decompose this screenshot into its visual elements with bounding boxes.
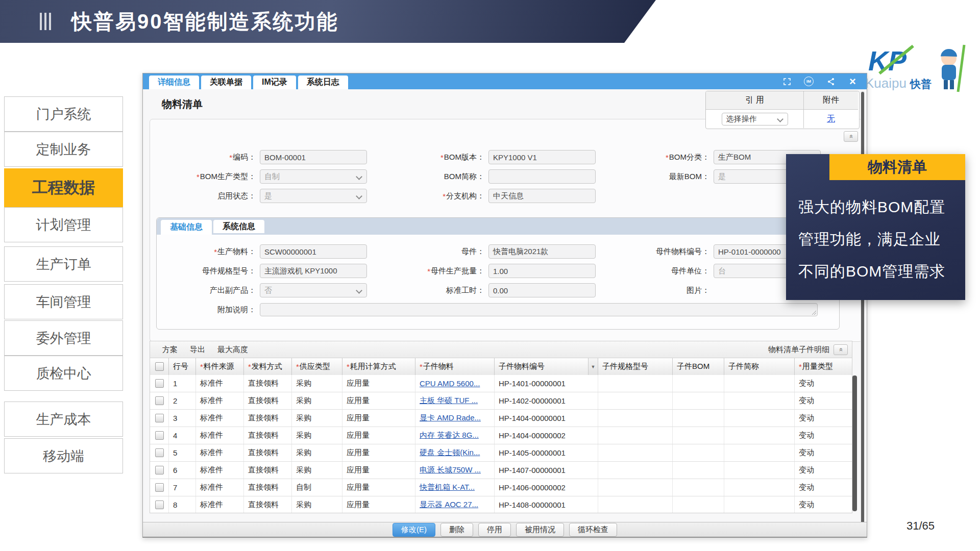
table-row-5: 5标准件直接领料采购应用量硬盘 金士顿(Kin...HP-1405-000000… — [150, 444, 852, 462]
table-row-7: 7标准件直接领料自制应用量快普机箱 K-AT...HP-1406-0000000… — [150, 479, 852, 496]
cell-material: 内存 英睿达 8G... — [415, 427, 495, 444]
sidebar-item-4[interactable]: 计划管理 — [4, 207, 123, 242]
row-checkbox[interactable] — [155, 500, 164, 509]
subtab-1[interactable]: 基础信息 — [161, 220, 212, 235]
reference-button[interactable]: 引 用 — [706, 91, 804, 110]
field-code-input[interactable]: BOM-00001 — [260, 150, 367, 164]
cell-usage: 变动 — [795, 427, 852, 444]
share-icon[interactable] — [826, 77, 836, 86]
grid-toolbar-button-3[interactable]: 最大高度 — [217, 345, 248, 355]
sidebar-item-9[interactable]: 生产成本 — [4, 402, 123, 437]
row-checkbox[interactable] — [155, 379, 164, 388]
cell-usage: 变动 — [795, 375, 852, 392]
field-material-input[interactable]: SCW00000001 — [260, 244, 367, 259]
attachment-none-link[interactable]: 无 — [827, 114, 835, 124]
child-material-link[interactable]: 主板 华硕 TUF ... — [420, 396, 478, 406]
field-image-label: 图片： — [602, 286, 709, 295]
field-spec-input[interactable]: 主流游戏机 KPY1000 — [260, 264, 367, 278]
row-checkbox[interactable] — [155, 466, 164, 474]
cell-no: 1 — [169, 375, 196, 392]
footer-button-4[interactable]: 被用情况 — [516, 523, 564, 537]
grid-col-子件规格型号: 子件规格型号 — [598, 358, 673, 375]
field-parent-code-label: 母件物料编号： — [602, 247, 709, 257]
field-prod-type-label: *BOM生产类型： — [149, 172, 256, 182]
im-icon[interactable]: IM — [804, 77, 814, 86]
sidebar-item-2[interactable]: 定制业务 — [4, 132, 123, 167]
grid-toolbar-button-1[interactable]: 方案 — [162, 345, 178, 355]
field-version-input[interactable]: KPY1000 V1 — [488, 150, 596, 164]
cell-no: 6 — [169, 462, 196, 479]
cell-no: 8 — [169, 496, 196, 513]
sidebar-item-7[interactable]: 委外管理 — [4, 320, 123, 356]
mascot-icon — [941, 45, 964, 92]
field-parent-label: 母件： — [377, 247, 484, 257]
window-tab-4[interactable]: 系统日志 — [298, 76, 348, 89]
child-material-link[interactable]: 快普机箱 K-AT... — [420, 483, 475, 492]
subtab-2[interactable]: 系统信息 — [213, 220, 264, 233]
child-material-link[interactable]: 硬盘 金士顿(Kin... — [420, 448, 480, 458]
field-short-name-input[interactable] — [488, 169, 596, 184]
window-tab-2[interactable]: 关联单据 — [201, 76, 251, 89]
footer-button-1[interactable]: 修改(E) — [393, 523, 435, 537]
field-parent: 母件： 快普电脑2021款 — [377, 244, 596, 259]
row-checkbox[interactable] — [155, 483, 164, 492]
cell-code: HP-1408-00000001 — [495, 496, 598, 513]
grid-header-row: 行号*料件来源*发料方式*供应类型*耗用计算方式*子件物料子件物料编号▼子件规格… — [150, 358, 852, 375]
cell-code: HP-1401-00000001 — [495, 375, 598, 392]
table-scrollbar[interactable] — [852, 375, 857, 511]
window-tab-1[interactable]: 详细信息 — [149, 76, 199, 89]
footer-button-2[interactable]: 删除 — [440, 523, 473, 537]
logo-brand-zh: 快普 — [909, 78, 932, 90]
cell-calc: 应用量 — [342, 392, 415, 409]
grid-toolbar: 方案导出最大高度 物料清单子件明细 » — [150, 341, 852, 358]
sidebar-item-1[interactable]: 门户系统 — [4, 96, 123, 132]
collapse-form-button[interactable]: » — [844, 131, 858, 142]
footer-button-5[interactable]: 循环检查 — [569, 523, 617, 537]
select-all-checkbox[interactable] — [155, 362, 164, 371]
field-enabled-label: 启用状态： — [149, 191, 256, 201]
row-checkbox[interactable] — [155, 431, 164, 440]
field-enabled-select[interactable]: 是 — [260, 189, 367, 203]
child-material-link[interactable]: 显卡 AMD Rade... — [420, 413, 481, 423]
window-tab-3[interactable]: IM记录 — [253, 76, 296, 89]
child-material-link[interactable]: 显示器 AOC 27... — [420, 500, 478, 510]
callout-box: 物料清单 强大的物料BOM配置管理功能，满足企业不同的BOM管理需求 — [786, 154, 965, 300]
cell-material: 显示器 AOC 27... — [415, 496, 495, 513]
sidebar-item-3[interactable]: 工程数据 — [4, 168, 123, 207]
field-material: *生产物料： SCW00000001 — [149, 244, 367, 259]
field-branch-input[interactable]: 中天信息 — [488, 189, 596, 203]
table-row-6: 6标准件直接领料采购应用量电源 长城750W ...HP-1407-000000… — [150, 462, 852, 479]
field-batch-input[interactable]: 1.00 — [488, 264, 596, 278]
collapse-grid-button[interactable]: » — [834, 344, 848, 355]
grid-col-子件物料编号: 子件物料编号▼ — [495, 358, 598, 375]
field-note: 附加说明： — [149, 303, 818, 317]
row-checkbox[interactable] — [155, 414, 164, 422]
field-byproduct-select[interactable]: 否 — [260, 283, 367, 297]
cell-material: 显卡 AMD Rade... — [415, 410, 495, 427]
sidebar-item-5[interactable]: 生产订单 — [4, 246, 123, 282]
sidebar-item-10[interactable]: 移动端 — [4, 438, 123, 473]
chevron-down-icon — [356, 193, 362, 199]
field-hours-input[interactable]: 0.00 — [488, 283, 596, 297]
row-checkbox[interactable] — [155, 448, 164, 457]
child-material-link[interactable]: 电源 长城750W ... — [420, 465, 481, 475]
sidebar-item-8[interactable]: 质检中心 — [4, 356, 123, 391]
grid-toolbar-button-2[interactable]: 导出 — [190, 345, 205, 355]
field-note-textarea[interactable] — [260, 303, 818, 316]
field-parent-input[interactable]: 快普电脑2021款 — [488, 244, 596, 259]
action-select[interactable]: 选择操作 — [722, 113, 788, 126]
column-filter-icon[interactable]: ▼ — [588, 358, 598, 375]
cell-short — [724, 444, 795, 461]
sidebar-item-6[interactable]: 车间管理 — [4, 284, 123, 319]
cell-spec — [598, 444, 673, 461]
child-material-link[interactable]: 内存 英睿达 8G... — [420, 431, 479, 440]
logo-brand-en: Kuaipu — [865, 76, 906, 91]
fullscreen-icon[interactable] — [782, 77, 792, 86]
footer-button-3[interactable]: 停用 — [478, 523, 511, 537]
cell-supply: 采购 — [292, 410, 342, 427]
cell-issue: 直接领料 — [244, 462, 292, 479]
field-prod-type-select[interactable]: 自制 — [260, 169, 367, 184]
child-material-link[interactable]: CPU AMD 5600... — [420, 379, 480, 388]
row-checkbox[interactable] — [155, 396, 164, 405]
close-icon[interactable]: × — [848, 77, 857, 86]
